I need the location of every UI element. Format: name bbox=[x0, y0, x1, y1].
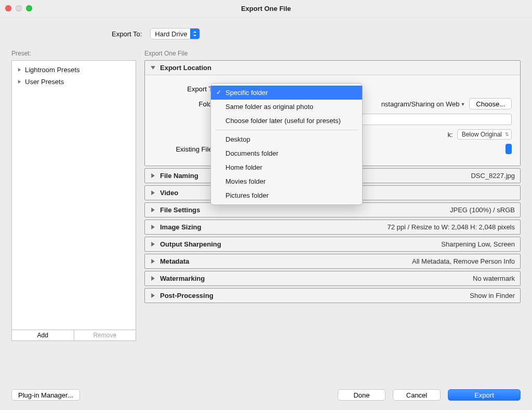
section-header-export-location[interactable]: Export Location bbox=[145, 61, 520, 75]
window-controls bbox=[5, 5, 32, 11]
section-image-sizing[interactable]: Image Sizing 72 ppi / Resize to W: 2,048… bbox=[144, 220, 521, 235]
section-output-sharpening[interactable]: Output Sharpening Sharpening Low, Screen bbox=[144, 237, 521, 252]
section-title: Export Location bbox=[160, 64, 211, 72]
triangle-right-icon bbox=[150, 241, 156, 247]
export-to-label: Export To: bbox=[112, 30, 142, 38]
chevron-updown-icon bbox=[190, 29, 200, 39]
section-summary: All Metadata, Remove Person Info bbox=[412, 257, 515, 265]
export-to-value: Hard Drive bbox=[155, 30, 187, 38]
preset-heading: Preset: bbox=[11, 50, 136, 57]
triangle-right-icon bbox=[150, 224, 156, 230]
preset-item-label: Lightroom Presets bbox=[25, 66, 80, 74]
right-heading: Export One File bbox=[144, 50, 521, 57]
dropdown-item-desktop[interactable]: Desktop bbox=[211, 132, 362, 146]
close-icon[interactable] bbox=[5, 5, 11, 11]
dropdown-separator bbox=[215, 130, 358, 130]
dropdown-item-home[interactable]: Home folder bbox=[211, 160, 362, 174]
section-summary: Show in Finder bbox=[470, 292, 515, 299]
stack-select[interactable]: Below Original ⇅ bbox=[457, 129, 512, 140]
preset-group-user[interactable]: User Presets bbox=[14, 76, 134, 88]
section-title: Video bbox=[160, 189, 178, 197]
preset-item-label: User Presets bbox=[25, 78, 64, 86]
folder-path: nstagram/Sharing on Web▼ bbox=[381, 100, 466, 108]
export-to-select[interactable]: Hard Drive bbox=[150, 28, 200, 39]
dropdown-item-movies[interactable]: Movies folder bbox=[211, 174, 362, 188]
dropdown-item-documents[interactable]: Documents folder bbox=[211, 146, 362, 160]
section-title: Image Sizing bbox=[160, 223, 201, 231]
section-title: File Naming bbox=[160, 172, 198, 180]
export-to-row: Export To: Hard Drive bbox=[0, 18, 532, 50]
chevron-right-icon bbox=[17, 67, 22, 72]
section-title: Metadata bbox=[160, 257, 189, 265]
triangle-right-icon bbox=[150, 258, 156, 264]
chevron-down-icon: ▼ bbox=[460, 102, 465, 107]
triangle-right-icon bbox=[150, 276, 156, 281]
done-button[interactable]: Done bbox=[338, 389, 385, 401]
section-summary: DSC_8227.jpg bbox=[471, 172, 515, 180]
maximize-icon[interactable] bbox=[26, 5, 32, 11]
section-summary: 72 ppi / Resize to W: 2,048 H: 2,048 pix… bbox=[388, 223, 515, 231]
footer: Plug-in Manager... Done Cancel Export bbox=[11, 389, 521, 401]
preset-buttons: Add Remove bbox=[11, 330, 136, 341]
triangle-right-icon bbox=[150, 173, 156, 179]
window-title: Export One File bbox=[241, 5, 291, 12]
section-metadata[interactable]: Metadata All Metadata, Remove Person Inf… bbox=[144, 254, 521, 269]
export-to-dropdown-menu[interactable]: Specific folder Same folder as original … bbox=[210, 83, 363, 205]
triangle-right-icon bbox=[150, 207, 156, 213]
chevron-right-icon bbox=[17, 79, 22, 84]
dropdown-item-pictures[interactable]: Pictures folder bbox=[211, 188, 362, 202]
dropdown-item-specific-folder[interactable]: Specific folder bbox=[211, 86, 362, 100]
chevron-updown-icon: ⇅ bbox=[505, 132, 509, 137]
section-title: Post-Processing bbox=[160, 292, 214, 299]
triangle-right-icon bbox=[150, 190, 156, 196]
dropdown-item-choose-later[interactable]: Choose folder later (useful for presets) bbox=[211, 114, 362, 128]
section-summary: JPEG (100%) / sRGB bbox=[450, 206, 515, 214]
stack-label: k: bbox=[448, 131, 453, 139]
dropdown-item-same-folder[interactable]: Same folder as original photo bbox=[211, 100, 362, 114]
section-title: File Settings bbox=[160, 206, 200, 214]
section-title: Watermarking bbox=[160, 275, 205, 282]
preset-group-lightroom[interactable]: Lightroom Presets bbox=[14, 64, 134, 76]
preset-list[interactable]: Lightroom Presets User Presets bbox=[11, 60, 136, 330]
remove-button[interactable]: Remove bbox=[74, 330, 137, 341]
section-watermarking[interactable]: Watermarking No watermark bbox=[144, 271, 521, 286]
existing-files-select-edge[interactable] bbox=[506, 144, 512, 154]
section-summary: No watermark bbox=[473, 275, 515, 282]
triangle-right-icon bbox=[150, 293, 156, 298]
minimize-icon[interactable] bbox=[16, 5, 22, 11]
preset-column: Preset: Lightroom Presets User Presets A… bbox=[11, 50, 136, 341]
stack-value: Below Original bbox=[462, 131, 502, 138]
choose-button[interactable]: Choose... bbox=[469, 98, 512, 110]
section-summary: Sharpening Low, Screen bbox=[441, 240, 515, 248]
add-button[interactable]: Add bbox=[11, 330, 74, 341]
section-title: Output Sharpening bbox=[160, 240, 221, 248]
titlebar: Export One File bbox=[0, 0, 532, 18]
plugin-manager-button[interactable]: Plug-in Manager... bbox=[11, 389, 80, 401]
triangle-down-icon bbox=[150, 65, 156, 71]
export-button[interactable]: Export bbox=[448, 389, 521, 401]
section-post-processing[interactable]: Post-Processing Show in Finder bbox=[144, 288, 521, 303]
cancel-button[interactable]: Cancel bbox=[393, 389, 441, 401]
